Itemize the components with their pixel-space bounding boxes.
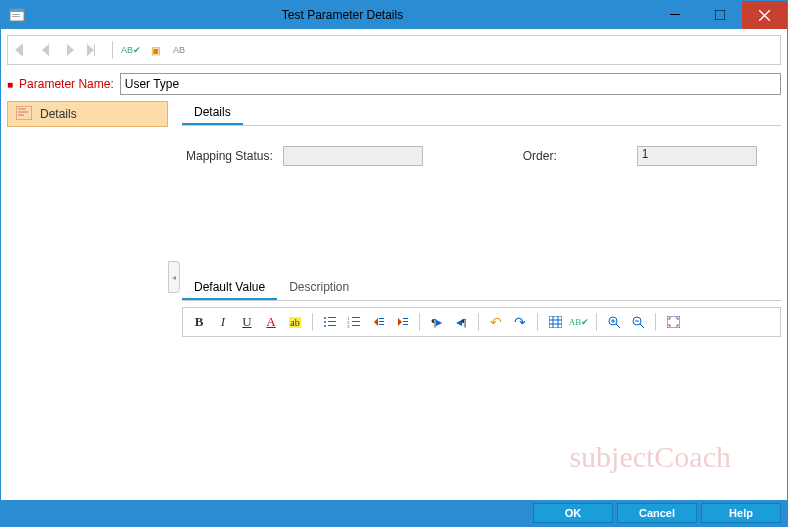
upper-tabs: Details <box>182 101 781 126</box>
svg-rect-25 <box>352 317 360 318</box>
fullscreen-button[interactable] <box>663 312 683 332</box>
indent-button[interactable] <box>392 312 412 332</box>
next-record-button[interactable] <box>60 40 80 60</box>
fontcolor-button[interactable]: A <box>261 312 281 332</box>
svg-marker-11 <box>67 44 74 56</box>
svg-rect-4 <box>670 14 680 15</box>
svg-rect-37 <box>403 324 408 325</box>
svg-rect-2 <box>12 14 20 15</box>
tab-description[interactable]: Description <box>277 276 361 300</box>
svg-rect-1 <box>10 9 24 12</box>
body: Details ◂ Details Mapping Status: Order:… <box>7 101 781 494</box>
window-controls <box>652 1 787 29</box>
sidebar-item-label: Details <box>40 107 77 121</box>
flag-button[interactable]: ▣ <box>145 40 165 60</box>
rte-toolbar: B I U A ab 123 ¶▶ ◀¶ ↶ ↷ <box>182 307 781 337</box>
app-icon <box>7 5 27 25</box>
details-icon <box>16 106 32 123</box>
svg-point-18 <box>324 317 326 319</box>
svg-marker-34 <box>398 318 402 326</box>
svg-marker-12 <box>87 44 94 56</box>
rte-sep-1 <box>312 313 313 331</box>
watermark: subjectCoach <box>569 440 731 474</box>
footer: OK Cancel Help <box>1 500 787 526</box>
close-button[interactable] <box>742 1 787 29</box>
splitter-handle[interactable]: ◂ <box>168 261 180 293</box>
svg-rect-33 <box>379 324 384 325</box>
parameter-name-input[interactable] <box>120 73 781 95</box>
zoomout-button[interactable] <box>628 312 648 332</box>
svg-rect-13 <box>94 44 95 56</box>
ok-button[interactable]: OK <box>533 503 613 523</box>
mapping-status-label: Mapping Status: <box>186 149 273 163</box>
first-record-button[interactable] <box>12 40 32 60</box>
bold-button[interactable]: B <box>189 312 209 332</box>
order-field: 1 <box>637 146 757 166</box>
cancel-button[interactable]: Cancel <box>617 503 697 523</box>
svg-rect-27 <box>352 321 360 322</box>
window-title: Test Parameter Details <box>33 8 652 22</box>
svg-marker-30 <box>374 318 378 326</box>
rte-sep-6 <box>655 313 656 331</box>
spellcheck2-button[interactable]: AB✔ <box>569 312 589 332</box>
svg-rect-23 <box>328 325 336 326</box>
spellcheck-button[interactable]: AB✔ <box>121 40 141 60</box>
client-area: AB✔ ▣ AB ■ Parameter Name: Details ◂ <box>1 29 787 500</box>
svg-rect-3 <box>12 16 20 17</box>
parameter-name-label: Parameter Name: <box>19 77 114 91</box>
redo-button[interactable]: ↷ <box>510 312 530 332</box>
mapping-status-field <box>283 146 423 166</box>
previous-record-button[interactable] <box>36 40 56 60</box>
svg-rect-9 <box>22 44 23 56</box>
underline-button[interactable]: U <box>237 312 257 332</box>
tab-default-value[interactable]: Default Value <box>182 276 277 300</box>
svg-rect-35 <box>403 318 408 319</box>
outdent-button[interactable] <box>368 312 388 332</box>
lower-tabs: Default Value Description <box>182 276 781 301</box>
svg-text:3: 3 <box>347 324 350 328</box>
svg-rect-5 <box>715 10 725 20</box>
maximize-button[interactable] <box>697 1 742 29</box>
highlight-button[interactable]: ab <box>285 312 305 332</box>
zoomin-button[interactable] <box>604 312 624 332</box>
italic-button[interactable]: I <box>213 312 233 332</box>
svg-rect-36 <box>403 321 408 322</box>
svg-rect-31 <box>379 318 384 319</box>
svg-rect-32 <box>379 321 384 322</box>
undo-button[interactable]: ↶ <box>486 312 506 332</box>
sidebar-item-details[interactable]: Details <box>7 101 168 127</box>
svg-line-44 <box>616 324 620 328</box>
minimize-button[interactable] <box>652 1 697 29</box>
content-area: ◂ Details Mapping Status: Order: 1 Defau… <box>182 101 781 494</box>
tab-details[interactable]: Details <box>182 101 243 125</box>
svg-rect-21 <box>328 321 336 322</box>
required-indicator: ■ <box>7 79 13 90</box>
main-toolbar: AB✔ ▣ AB <box>7 35 781 65</box>
svg-rect-29 <box>352 325 360 326</box>
parameter-name-row: ■ Parameter Name: <box>7 73 781 95</box>
rte-sep-4 <box>537 313 538 331</box>
svg-marker-8 <box>15 44 22 56</box>
sidebar: Details <box>7 101 168 494</box>
order-label: Order: <box>523 149 557 163</box>
window-root: Test Parameter Details AB✔ ▣ AB ■ <box>0 0 788 527</box>
svg-point-20 <box>324 321 326 323</box>
table-button[interactable] <box>545 312 565 332</box>
rtl-button[interactable]: ◀¶ <box>451 312 471 332</box>
clipboard-button[interactable]: AB <box>169 40 189 60</box>
svg-point-22 <box>324 325 326 327</box>
ltr-button[interactable]: ¶▶ <box>427 312 447 332</box>
bullets-button[interactable] <box>320 312 340 332</box>
titlebar[interactable]: Test Parameter Details <box>1 1 787 29</box>
svg-marker-10 <box>42 44 49 56</box>
svg-rect-19 <box>328 317 336 318</box>
rte-sep-5 <box>596 313 597 331</box>
numbered-button[interactable]: 123 <box>344 312 364 332</box>
toolbar-separator <box>112 41 113 59</box>
rte-sep-3 <box>478 313 479 331</box>
svg-rect-38 <box>549 316 562 328</box>
svg-rect-14 <box>16 106 32 120</box>
help-button[interactable]: Help <box>701 503 781 523</box>
last-record-button[interactable] <box>84 40 104 60</box>
rte-sep-2 <box>419 313 420 331</box>
